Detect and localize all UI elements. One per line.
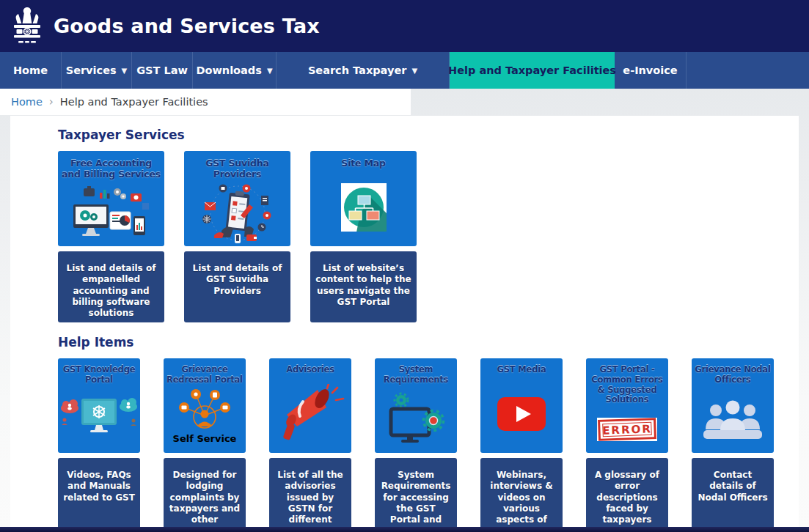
tile-title: System Requirements: [375, 365, 457, 385]
nav-item-label: e-Invoice: [623, 64, 677, 76]
tile-title: Free Accounting and Billing Services: [58, 158, 164, 180]
nodal-officers-icon: [701, 398, 764, 440]
nav-item-services[interactable]: Services▼: [62, 52, 132, 89]
tile-column-free-accounting-and-billing-services: Free Accounting and Billing Services Lis…: [58, 151, 164, 322]
breadcrumb: Home › Help and Taxpayer Facilities: [0, 89, 208, 115]
footer-bar: [0, 527, 809, 532]
nav-item-label: Downloads: [196, 64, 261, 76]
advisories-icon: [275, 384, 345, 444]
nav-item-label: GST Law: [136, 64, 188, 76]
breadcrumb-separator-icon: ›: [49, 95, 54, 108]
tile-system-requirements[interactable]: System Requirements: [375, 358, 457, 453]
content-panel: Taxpayer ServicesFree Accounting and Bil…: [10, 116, 799, 532]
nav-item-gst-law[interactable]: GST Law: [132, 52, 193, 89]
tile-title: Grievance Redressal Portal: [164, 365, 246, 385]
tile-title: Site Map: [338, 158, 388, 169]
tile-desc-grievance-nodal-officers[interactable]: Contact details of Nodal Officers: [692, 458, 774, 532]
breadcrumb-current: Help and Taxpayer Facilities: [60, 96, 208, 108]
tile-icon-wrap: [692, 385, 774, 453]
tile-gst-portal-common-errors-suggested-solutions[interactable]: GST Portal - Common Errors & Suggested S…: [586, 358, 668, 453]
tile-icon-wrap: [480, 375, 563, 453]
tile-icon-wrap: [58, 385, 140, 453]
tile-title: GST Suvidha Providers: [184, 158, 290, 180]
tile-column-grievance-nodal-officers: Grievance Nodal Officers Contact details…: [692, 358, 774, 532]
tile-title: GST Portal - Common Errors & Suggested S…: [586, 365, 668, 405]
nav-item-label: Help and Taxpayer Facilities: [448, 64, 616, 76]
error-stamp-icon: ERROR: [597, 418, 657, 441]
system-requirements-icon: [384, 391, 448, 447]
tile-row: Free Accounting and Billing Services Lis…: [58, 151, 799, 322]
tile-gst-media[interactable]: GST Media: [480, 358, 563, 453]
tile-icon-wrap: [269, 375, 351, 453]
main-nav: HomeServices▼GST LawDownloads▼Search Tax…: [0, 52, 809, 89]
tile-site-map[interactable]: Site Map: [310, 151, 417, 246]
tile-desc-advisories[interactable]: List of all the advisories issued by GST…: [269, 458, 351, 532]
accounting-billing-icon: [67, 185, 155, 241]
tile-advisories[interactable]: Advisories: [269, 358, 351, 453]
tile-desc-site-map[interactable]: List of website’s content to help the us…: [310, 251, 417, 322]
tile-column-gst-knowledge-portal: GST Knowledge Portal Videos, FAQs and Ma…: [58, 358, 140, 532]
tile-desc-gst-media[interactable]: Webinars, interviews & videos on various…: [480, 458, 563, 532]
tile-column-site-map: Site Map List of website’s content to he…: [310, 151, 417, 322]
tile-desc-gst-portal-common-errors-suggested-solutions[interactable]: A glossary of error descriptions faced b…: [586, 458, 668, 532]
knowledge-portal-icon: [58, 396, 140, 443]
nav-item-e-invoice[interactable]: e-Invoice: [615, 52, 687, 89]
india-emblem-icon: [10, 4, 44, 48]
tile-grievance-redressal-portal[interactable]: Grievance Redressal Portal Self Service: [164, 358, 246, 453]
tile-icon-wrap: [58, 180, 164, 246]
tile-column-system-requirements: System Requirements System Requirements …: [375, 358, 457, 532]
tile-column-advisories: Advisories List of all the advisories is…: [269, 358, 351, 532]
tile-icon-wrap: [310, 169, 417, 246]
nav-item-label: Services: [66, 64, 117, 76]
tile-column-gst-media: GST Media Webinars, interviews & videos …: [480, 358, 563, 532]
tile-icon-wrap: [184, 180, 290, 246]
tile-icon-wrap: [164, 385, 246, 433]
section-taxpayer-services: Taxpayer ServicesFree Accounting and Bil…: [58, 128, 799, 322]
tile-column-gst-suvidha-providers: GST Suvidha Providers List and details o…: [184, 151, 290, 322]
tile-column-gst-portal-common-errors-suggested-solutions: GST Portal - Common Errors & Suggested S…: [586, 358, 668, 532]
nav-item-downloads[interactable]: Downloads▼: [193, 52, 277, 89]
tile-desc-system-requirements[interactable]: System Requirements for accessing the GS…: [375, 458, 457, 532]
chevron-down-icon: ▼: [122, 67, 128, 75]
tile-free-accounting-and-billing-services[interactable]: Free Accounting and Billing Services: [58, 151, 164, 246]
tile-row: GST Knowledge Portal Videos, FAQs and Ma…: [58, 358, 799, 532]
nav-item-home[interactable]: Home: [0, 52, 62, 89]
nav-item-label: Home: [13, 64, 48, 76]
nav-item-help-and-taxpayer-facilities[interactable]: Help and Taxpayer Facilities: [450, 52, 615, 89]
tile-desc-grievance-redressal-portal[interactable]: Designed for lodging complaints by taxpa…: [164, 458, 246, 532]
tile-icon-wrap: [375, 385, 457, 453]
tile-gst-suvidha-providers[interactable]: GST Suvidha Providers: [184, 151, 290, 246]
app-title: Goods and Services Tax: [54, 15, 320, 37]
tile-desc-free-accounting-and-billing-services[interactable]: List and details of empanelled accountin…: [58, 251, 164, 322]
tile-column-grievance-redressal-portal: Grievance Redressal Portal Self ServiceD…: [164, 358, 246, 532]
chevron-down-icon: ▼: [267, 67, 273, 75]
tile-title: GST Knowledge Portal: [58, 365, 140, 385]
nav-item-label: Search Taxpayer: [308, 64, 407, 76]
gst-media-icon: [497, 397, 546, 431]
section-title: Taxpayer Services: [58, 128, 799, 142]
breadcrumb-home-link[interactable]: Home: [11, 96, 43, 108]
tile-title: Grievance Nodal Officers: [692, 365, 774, 385]
grievance-redressal-icon: [174, 386, 235, 432]
sitemap-icon: [341, 183, 387, 232]
svg-text:ERROR: ERROR: [602, 422, 652, 437]
suvidha-providers-icon: [201, 182, 274, 244]
nav-item-search-taxpayer[interactable]: Search Taxpayer▼: [277, 52, 450, 89]
tile-icon-wrap: ERROR: [586, 405, 668, 453]
gst-portal-page: Goods and Services Tax HomeServices▼GST …: [0, 0, 809, 89]
section-help-items: Help ItemsGST Knowledge Portal Videos, F…: [58, 335, 799, 532]
tile-desc-gst-suvidha-providers[interactable]: List and details of GST Suvidha Provider…: [184, 251, 290, 322]
chevron-down-icon: ▼: [411, 67, 417, 75]
tile-grievance-nodal-officers[interactable]: Grievance Nodal Officers: [692, 358, 774, 453]
app-header: Goods and Services Tax: [0, 0, 809, 52]
tile-gst-knowledge-portal[interactable]: GST Knowledge Portal: [58, 358, 140, 453]
tile-desc-gst-knowledge-portal[interactable]: Videos, FAQs and Manuals related to GST: [58, 458, 140, 532]
section-title: Help Items: [58, 335, 799, 350]
tile-title: GST Media: [494, 365, 549, 375]
tile-subtitle: Self Service: [173, 433, 237, 444]
tile-title: Advisories: [283, 365, 337, 375]
